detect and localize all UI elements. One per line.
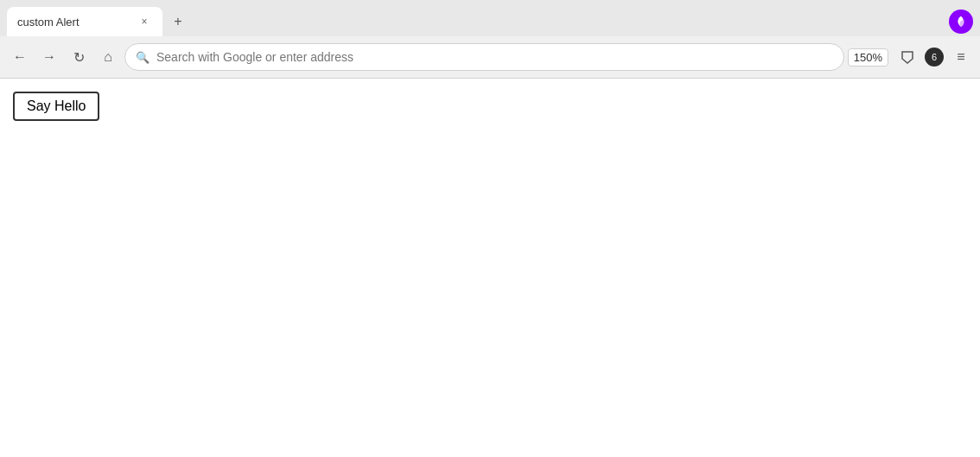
address-bar[interactable]: 🔍	[124, 43, 844, 71]
address-input[interactable]	[156, 50, 833, 64]
browser-chrome: custom Alert × + ← → ↻ ⌂ 🔍 150%	[0, 0, 980, 79]
browser-logo[interactable]	[949, 10, 973, 34]
tab-bar-right	[949, 10, 973, 34]
menu-button[interactable]: ≡	[949, 45, 973, 69]
tab-bar: custom Alert × +	[0, 0, 980, 36]
active-tab[interactable]: custom Alert ×	[7, 7, 162, 36]
new-tab-button[interactable]: +	[166, 10, 190, 34]
home-button[interactable]: ⌂	[95, 44, 121, 70]
search-icon: 🔍	[136, 51, 150, 64]
tab-title: custom Alert	[17, 16, 80, 29]
nav-bar: ← → ↻ ⌂ 🔍 150% 6 ≡	[0, 36, 980, 78]
notifications-badge[interactable]: 6	[925, 48, 944, 67]
back-button[interactable]: ←	[7, 44, 33, 70]
nav-bar-right: 6 ≡	[895, 45, 973, 69]
forward-button[interactable]: →	[36, 44, 62, 70]
say-hello-button[interactable]: Say Hello	[13, 92, 99, 121]
refresh-button[interactable]: ↻	[66, 44, 92, 70]
page-content: Say Hello	[0, 79, 980, 457]
pocket-button[interactable]	[895, 45, 920, 69]
zoom-level[interactable]: 150%	[848, 48, 888, 67]
tab-close-button[interactable]: ×	[137, 14, 152, 29]
